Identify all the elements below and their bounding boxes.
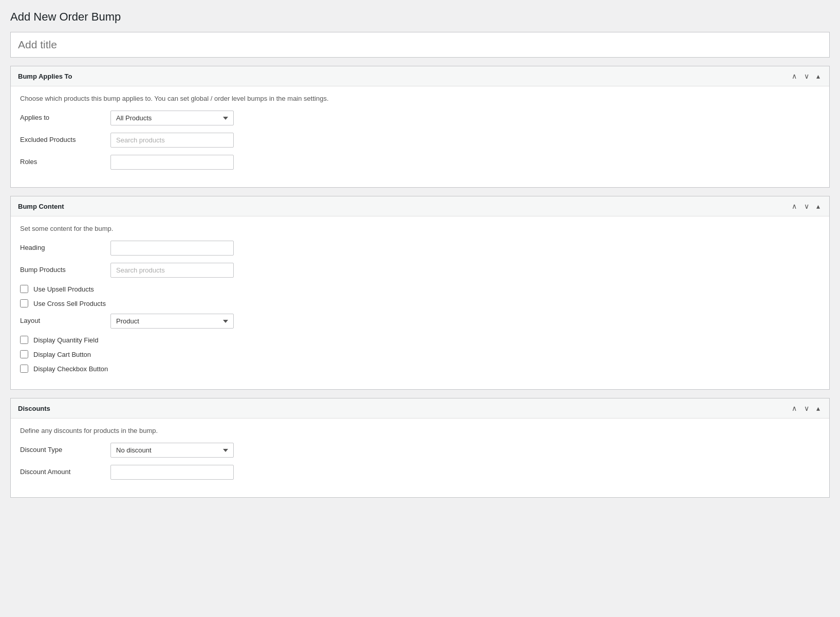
display-cart-label: Display Cart Button (33, 351, 91, 358)
discount-type-control: No discount Percentage Fixed Amount (110, 443, 234, 458)
roles-control (110, 155, 234, 170)
bump-content-title: Bump Content (18, 203, 64, 210)
excluded-products-label: Excluded Products (20, 133, 102, 143)
discount-type-select[interactable]: No discount Percentage Fixed Amount (110, 443, 234, 458)
discounts-body: Define any discounts for products in the… (11, 419, 829, 497)
discount-amount-input[interactable] (110, 465, 234, 480)
roles-input[interactable] (110, 155, 234, 170)
layout-label: Layout (20, 314, 102, 324)
bump-applies-to-description: Choose which products this bump applies … (20, 95, 820, 102)
bump-products-input[interactable] (110, 263, 234, 278)
layout-control: Product Mini Wide (110, 314, 234, 329)
discounts-toggle-btn[interactable]: ▴ (814, 404, 822, 413)
use-cross-sell-row: Use Cross Sell Products (20, 299, 820, 307)
use-upsell-row: Use Upsell Products (20, 285, 820, 293)
discounts-header: Discounts ∧ ∨ ▴ (11, 398, 829, 419)
bump-content-description: Set some content for the bump. (20, 225, 820, 232)
discounts-description: Define any discounts for products in the… (20, 427, 820, 434)
use-cross-sell-label: Use Cross Sell Products (33, 300, 106, 307)
excluded-products-input[interactable] (110, 133, 234, 148)
panel-controls: ∧ ∨ ▴ (790, 71, 822, 81)
display-quantity-row: Display Quantity Field (20, 336, 820, 344)
discount-amount-label: Discount Amount (20, 465, 102, 476)
heading-row: Heading (20, 241, 820, 256)
bump-applies-to-body: Choose which products this bump applies … (11, 86, 829, 187)
heading-label: Heading (20, 241, 102, 251)
bump-applies-to-down-btn[interactable]: ∨ (802, 71, 811, 81)
excluded-products-control (110, 133, 234, 148)
bump-applies-to-header: Bump Applies To ∧ ∨ ▴ (11, 66, 829, 86)
bump-products-row: Bump Products (20, 263, 820, 278)
excluded-products-row: Excluded Products (20, 133, 820, 148)
discounts-up-btn[interactable]: ∧ (790, 404, 799, 413)
bump-applies-to-toggle-btn[interactable]: ▴ (814, 71, 822, 81)
display-checkbox-row: Display Checkbox Button (20, 365, 820, 373)
applies-to-row: Applies to All Products Specific Product… (20, 111, 820, 125)
discounts-down-btn[interactable]: ∨ (802, 404, 811, 413)
bump-products-control (110, 263, 234, 278)
roles-label: Roles (20, 155, 102, 166)
discount-type-label: Discount Type (20, 443, 102, 453)
display-checkbox-checkbox[interactable] (20, 365, 28, 373)
display-cart-checkbox[interactable] (20, 350, 28, 358)
discounts-title: Discounts (18, 405, 50, 412)
title-input-wrap (10, 32, 830, 58)
bump-content-panel: Bump Content ∧ ∨ ▴ Set some content for … (10, 196, 830, 390)
bump-content-toggle-btn[interactable]: ▴ (814, 202, 822, 211)
display-cart-row: Display Cart Button (20, 350, 820, 358)
use-upsell-label: Use Upsell Products (33, 285, 94, 293)
bump-content-down-btn[interactable]: ∨ (802, 202, 811, 211)
discount-amount-control (110, 465, 234, 480)
page-title: Add New Order Bump (10, 10, 830, 24)
discounts-panel: Discounts ∧ ∨ ▴ Define any discounts for… (10, 398, 830, 498)
display-checkbox-label: Display Checkbox Button (33, 365, 108, 373)
bump-content-body: Set some content for the bump. Heading B… (11, 216, 829, 389)
bump-applies-to-panel: Bump Applies To ∧ ∨ ▴ Choose which produ… (10, 66, 830, 188)
layout-select[interactable]: Product Mini Wide (110, 314, 234, 329)
discount-type-row: Discount Type No discount Percentage Fix… (20, 443, 820, 458)
bump-applies-to-title: Bump Applies To (18, 72, 72, 80)
bump-content-up-btn[interactable]: ∧ (790, 202, 799, 211)
post-title-input[interactable] (11, 32, 829, 57)
use-upsell-checkbox[interactable] (20, 285, 28, 293)
applies-to-label: Applies to (20, 111, 102, 121)
discounts-panel-controls: ∧ ∨ ▴ (790, 404, 822, 413)
layout-row: Layout Product Mini Wide (20, 314, 820, 329)
applies-to-select[interactable]: All Products Specific Products Specific … (110, 111, 234, 125)
bump-content-header: Bump Content ∧ ∨ ▴ (11, 196, 829, 216)
use-cross-sell-checkbox[interactable] (20, 299, 28, 307)
heading-input[interactable] (110, 241, 234, 256)
display-quantity-checkbox[interactable] (20, 336, 28, 344)
bump-content-panel-controls: ∧ ∨ ▴ (790, 202, 822, 211)
applies-to-control: All Products Specific Products Specific … (110, 111, 234, 125)
display-quantity-label: Display Quantity Field (33, 336, 98, 344)
bump-products-label: Bump Products (20, 263, 102, 274)
roles-row: Roles (20, 155, 820, 170)
discount-amount-row: Discount Amount (20, 465, 820, 480)
heading-control (110, 241, 234, 256)
bump-applies-to-up-btn[interactable]: ∧ (790, 71, 799, 81)
